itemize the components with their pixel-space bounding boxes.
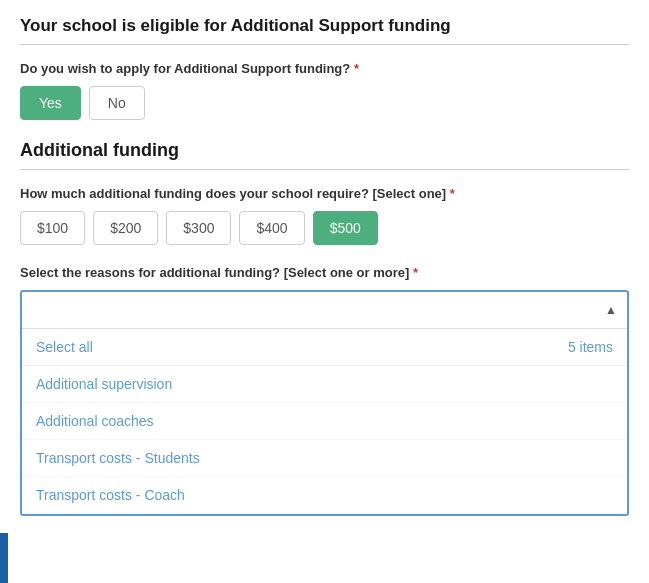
amount-buttons-group: $100 $200 $300 $400 $500 [20, 211, 629, 245]
apply-question-label: Do you wish to apply for Additional Supp… [20, 61, 629, 76]
amount-500-button[interactable]: $500 [313, 211, 378, 245]
amount-required-star: * [450, 186, 455, 201]
eligibility-title: Your school is eligible for Additional S… [20, 16, 629, 36]
divider-1 [20, 44, 629, 45]
amount-300-button[interactable]: $300 [166, 211, 231, 245]
additional-funding-section: Additional funding How much additional f… [20, 140, 629, 516]
dropdown-item-transport-students[interactable]: Transport costs - Students [22, 440, 627, 477]
dropdown-list-header: Select all 5 items [22, 329, 627, 366]
dropdown-item-transport-coach[interactable]: Transport costs - Coach [22, 477, 627, 514]
dropdown-scroll-area[interactable]: Additional supervision Additional coache… [22, 366, 627, 514]
reasons-dropdown[interactable]: ▲ Select all 5 items Additional supervis… [20, 290, 629, 516]
dropdown-item-additional-supervision[interactable]: Additional supervision [22, 366, 627, 403]
dropdown-item-additional-coaches[interactable]: Additional coaches [22, 403, 627, 440]
page-container: Your school is eligible for Additional S… [0, 0, 649, 532]
dropdown-list: Select all 5 items Additional supervisio… [22, 328, 627, 514]
reasons-required-star: * [413, 265, 418, 280]
amount-200-button[interactable]: $200 [93, 211, 158, 245]
items-count: 5 items [568, 339, 613, 355]
yes-button[interactable]: Yes [20, 86, 81, 120]
divider-2 [20, 169, 629, 170]
left-blue-bar [0, 533, 8, 583]
amount-100-button[interactable]: $100 [20, 211, 85, 245]
dropdown-chevron-up-icon: ▲ [605, 303, 617, 317]
select-all-link[interactable]: Select all [36, 339, 93, 355]
dropdown-header[interactable]: ▲ [22, 292, 627, 328]
yes-no-group: Yes No [20, 86, 629, 120]
amount-400-button[interactable]: $400 [239, 211, 304, 245]
additional-funding-heading: Additional funding [20, 140, 629, 161]
reasons-question-label: Select the reasons for additional fundin… [20, 265, 629, 280]
no-button[interactable]: No [89, 86, 145, 120]
amount-question-label: How much additional funding does your sc… [20, 186, 629, 201]
apply-required-star: * [354, 61, 359, 76]
